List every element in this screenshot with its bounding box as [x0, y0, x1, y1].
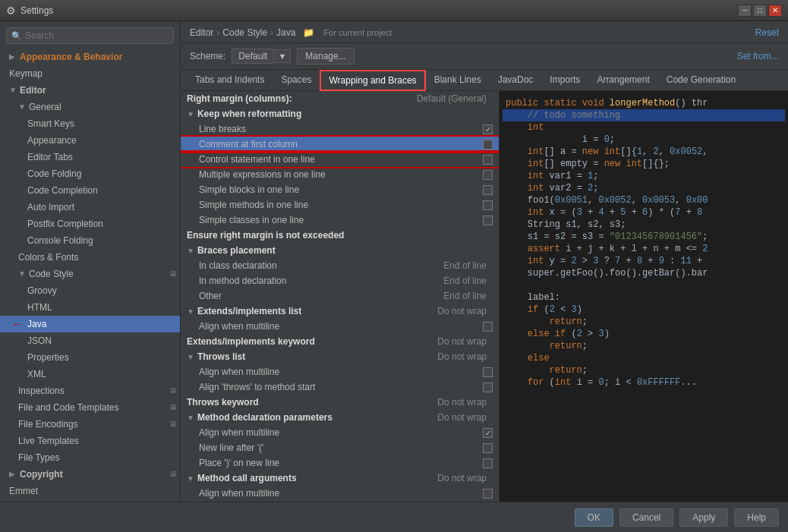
- sidebar-item-console-folding[interactable]: Console Folding: [0, 232, 180, 249]
- scheme-select[interactable]: Default: [232, 49, 273, 64]
- main-container: 🔍 ▶ Appearance & Behavior Keymap ▼ Edito…: [0, 21, 788, 532]
- sidebar-item-xml[interactable]: XML: [0, 366, 180, 382]
- sidebar-item-live-templates[interactable]: Live Templates: [0, 433, 180, 449]
- set-from-link[interactable]: Set from...: [737, 51, 779, 61]
- ok-button[interactable]: OK: [575, 508, 613, 527]
- sidebar-item-keymap[interactable]: Keymap: [0, 65, 180, 82]
- code-line: return;: [503, 364, 785, 376]
- sidebar-item-label: Postfix Completion: [27, 219, 103, 229]
- help-button[interactable]: Help: [734, 508, 779, 527]
- sidebar-item-editor[interactable]: ▼ Editor: [0, 82, 180, 99]
- code-line: assert i + j + k + l + n + m <= 2: [503, 243, 785, 255]
- multiple-expressions-checkbox[interactable]: [483, 170, 493, 180]
- align-call-args-multiline-checkbox[interactable]: [483, 489, 493, 499]
- sidebar-item-code-style[interactable]: ▼ Code Style 🖥: [0, 266, 180, 282]
- comment-first-column-checkbox[interactable]: [483, 140, 493, 150]
- sidebar-item-json[interactable]: JSON: [0, 332, 180, 349]
- control-statement-checkbox[interactable]: [483, 155, 493, 165]
- apply-button[interactable]: Apply: [679, 508, 728, 527]
- search-input[interactable]: [25, 30, 169, 41]
- sidebar-item-label: Inspections: [18, 384, 65, 398]
- tab-code-generation[interactable]: Code Generation: [658, 70, 744, 91]
- sidebar-item-label: Code Style: [29, 267, 74, 281]
- sidebar-item-postfix-completion[interactable]: Postfix Completion: [0, 216, 180, 232]
- code-line: int var2 = 2;: [503, 182, 785, 194]
- code-line: foo1(0x0051, 0x0052, 0x0053, 0x00: [503, 194, 785, 206]
- sidebar-item-file-code-templates[interactable]: File and Code Templates 🖥: [0, 399, 180, 416]
- settings-panel: Right margin (columns): Default (General…: [181, 91, 500, 502]
- sidebar-item-appearance[interactable]: Appearance: [0, 132, 180, 149]
- right-margin-row: Right margin (columns): Default (General…: [181, 91, 499, 106]
- simple-blocks-checkbox[interactable]: [483, 185, 493, 195]
- other-row: Other End of line: [181, 288, 499, 304]
- sidebar-item-inspections[interactable]: Inspections 🖥: [0, 382, 180, 399]
- line-breaks-checkbox[interactable]: [483, 124, 493, 134]
- sidebar-item-copyright[interactable]: ▶ Copyright 🖥: [0, 466, 180, 483]
- code-line: int y = 2 > 3 ? 7 + 8 + 9 : 11 +: [503, 255, 785, 267]
- code-line: int[] empty = new int[]{};: [503, 158, 785, 170]
- align-method-params-multiline-checkbox[interactable]: [483, 428, 493, 438]
- throws-list-value: Do not wrap: [426, 351, 487, 362]
- sidebar-item-code-folding[interactable]: Code Folding: [0, 165, 180, 182]
- sidebar-item-editor-tabs[interactable]: Editor Tabs: [0, 149, 180, 165]
- close-button[interactable]: ✕: [768, 5, 782, 17]
- manage-button[interactable]: Manage...: [297, 48, 354, 65]
- sidebar-item-java[interactable]: Java ←: [0, 316, 180, 332]
- method-call-args-section[interactable]: ▼ Method call arguments Do not wrap: [181, 471, 499, 486]
- throws-list-section[interactable]: ▼ Throws list Do not wrap: [181, 349, 499, 364]
- tab-imports[interactable]: Imports: [541, 70, 588, 91]
- sidebar-item-html[interactable]: HTML: [0, 299, 180, 316]
- right-panel: Editor › Code Style › Java 📁 For current…: [181, 21, 788, 502]
- maximize-button[interactable]: □: [753, 5, 767, 17]
- sidebar-item-emmet[interactable]: Emmet: [0, 483, 180, 499]
- cancel-button[interactable]: Cancel: [619, 508, 673, 527]
- tab-tabs-indents[interactable]: Tabs and Indents: [187, 70, 273, 91]
- align-throws-multiline-checkbox[interactable]: [483, 367, 493, 377]
- sidebar-item-label: Editor Tabs: [27, 152, 73, 162]
- sidebar-item-general[interactable]: ▼ General: [0, 99, 180, 115]
- other-value: End of line: [426, 291, 487, 301]
- braces-placement-section[interactable]: ▼ Braces placement: [181, 243, 499, 258]
- place-rparen-label: Place ')' on new line: [199, 458, 483, 468]
- code-line: int: [503, 121, 785, 134]
- bottom-bar: OK Cancel Apply Help: [0, 502, 788, 532]
- tab-javadoc[interactable]: JavaDoc: [490, 70, 542, 91]
- method-declaration-params-section[interactable]: ▼ Method declaration parameters Do not w…: [181, 410, 499, 425]
- code-line: label:: [503, 291, 785, 304]
- tab-spaces[interactable]: Spaces: [273, 70, 320, 91]
- sidebar-item-file-encodings[interactable]: File Encodings 🖥: [0, 416, 180, 433]
- align-throws-method-start-checkbox[interactable]: [483, 382, 493, 392]
- right-margin-label: Right margin (columns):: [187, 93, 417, 104]
- align-multiline-extends-checkbox[interactable]: [483, 322, 493, 332]
- code-line: for (int i = 0; i < 0xFFFFFF...: [503, 376, 785, 389]
- extends-implements-list-row[interactable]: ▼ Extends/implements list Do not wrap: [181, 304, 499, 319]
- app-icon: ⚙: [6, 5, 16, 17]
- method-declaration-params-value: Do not wrap: [426, 412, 487, 423]
- tab-arrangement[interactable]: Arrangement: [588, 70, 657, 91]
- place-rparen-checkbox[interactable]: [483, 458, 493, 468]
- sidebar-item-file-types[interactable]: File Types: [0, 449, 180, 466]
- sidebar-item-code-completion[interactable]: Code Completion: [0, 182, 180, 199]
- sidebar-item-appearance-behavior[interactable]: ▶ Appearance & Behavior: [0, 49, 180, 65]
- keep-reformatting-section[interactable]: ▼ Keep when reformatting: [181, 106, 499, 121]
- sidebar-item-colors-fonts[interactable]: Colors & Fonts: [0, 249, 180, 266]
- search-box[interactable]: 🔍: [6, 27, 174, 44]
- sidebar-item-smart-keys[interactable]: Smart Keys: [0, 115, 180, 132]
- simple-classes-checkbox[interactable]: [483, 216, 493, 225]
- simple-methods-checkbox[interactable]: [483, 200, 493, 210]
- tab-blank-lines[interactable]: Blank Lines: [426, 70, 490, 91]
- sidebar-item-groovy[interactable]: Groovy: [0, 282, 180, 299]
- tab-wrapping-braces[interactable]: Wrapping and Braces: [320, 70, 425, 91]
- new-line-after-paren-checkbox[interactable]: [483, 443, 493, 453]
- content-area: 🔍 ▶ Appearance & Behavior Keymap ▼ Edito…: [0, 21, 788, 502]
- reset-button[interactable]: Reset: [755, 27, 779, 38]
- sidebar-item-properties[interactable]: Properties: [0, 349, 180, 366]
- for-project-label: For current project: [323, 28, 392, 37]
- code-line: int var1 = 1;: [503, 170, 785, 182]
- scheme-selector[interactable]: Default ▼: [232, 49, 291, 64]
- minimize-button[interactable]: ─: [738, 5, 752, 17]
- sidebar-item-auto-import[interactable]: Auto Import: [0, 199, 180, 216]
- code-line: s1 = s2 = s3 = "012345678901456";: [503, 231, 785, 243]
- scheme-dropdown-button[interactable]: ▼: [273, 49, 291, 63]
- panel-header: Editor › Code Style › Java 📁 For current…: [181, 21, 788, 43]
